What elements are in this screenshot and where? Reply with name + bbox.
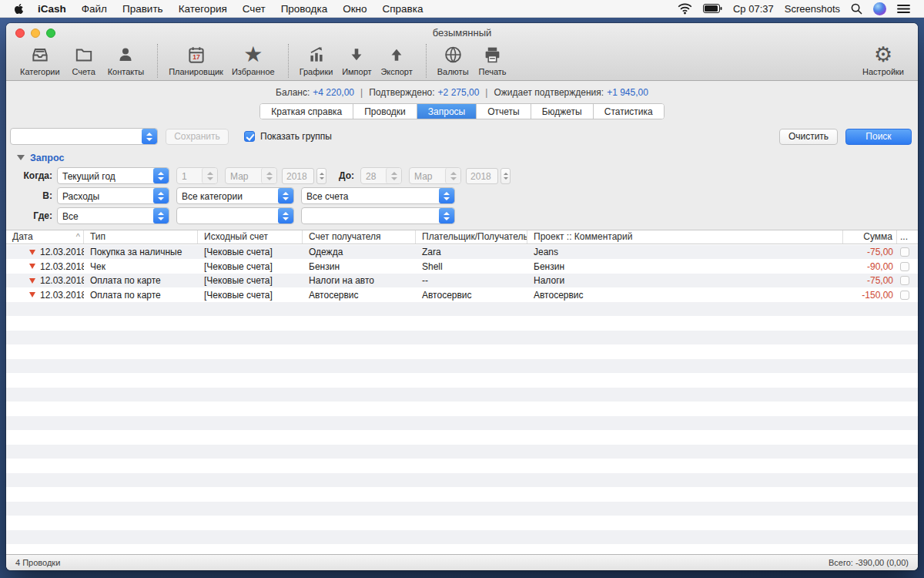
type-cell: Оплата по карте xyxy=(84,274,198,288)
row-checkbox[interactable] xyxy=(900,291,909,300)
when-period-combo[interactable]: Текущий год xyxy=(57,167,169,184)
notification-center-icon[interactable] xyxy=(897,4,910,14)
in-account-combo[interactable]: Все счета xyxy=(301,187,455,204)
tab-statistics[interactable]: Статистика xyxy=(594,104,664,119)
disclosure-triangle-icon[interactable] xyxy=(17,155,25,160)
menubar-clock[interactable]: Ср 07:37 xyxy=(733,3,774,15)
date-cell: 12.03.2018 xyxy=(6,288,84,303)
menu-item-transaction[interactable]: Проводка xyxy=(281,3,328,15)
icash-window: безымянный Категории Счета Контакты xyxy=(6,23,918,570)
menu-item-help[interactable]: Справка xyxy=(383,3,424,15)
column-header-more[interactable]: ... xyxy=(897,230,918,244)
expense-marker-icon xyxy=(29,250,35,255)
stepper-icon[interactable] xyxy=(153,208,169,223)
wifi-icon[interactable] xyxy=(678,3,692,15)
spotlight-search-icon[interactable] xyxy=(851,3,862,15)
toolbar-favorites-button[interactable]: ★ Избранное xyxy=(232,43,275,76)
column-header-amount[interactable]: Сумма xyxy=(843,230,897,244)
to-day-value: 28 xyxy=(361,168,386,183)
menu-item-file[interactable]: Файл xyxy=(82,3,107,15)
show-groups-checkbox[interactable] xyxy=(244,131,255,142)
column-header-source-account[interactable]: Исходный счет xyxy=(198,230,303,244)
toolbar-charts-button[interactable]: Графики xyxy=(300,43,333,76)
date-cell: 12.03.2018 xyxy=(6,260,84,274)
row-checkbox[interactable] xyxy=(900,247,909,257)
toolbar-contacts-button[interactable]: Контакты xyxy=(108,43,145,76)
from-month-combo: Мар xyxy=(225,167,277,184)
toolbar-label: Валюты xyxy=(437,67,469,76)
column-header-target-account[interactable]: Счет получателя xyxy=(303,230,416,244)
payee-cell: Zara xyxy=(416,245,527,260)
in-type-combo[interactable]: Расходы xyxy=(57,187,169,204)
menu-app-name[interactable]: iCash xyxy=(38,3,66,15)
where-combo-3[interactable] xyxy=(301,207,455,224)
tab-queries[interactable]: Запросы xyxy=(417,104,477,119)
from-year-field: 2018 xyxy=(282,168,314,184)
search-button[interactable]: Поиск xyxy=(845,129,912,145)
clear-button[interactable]: Очистить xyxy=(779,129,838,145)
tab-transactions[interactable]: Проводки xyxy=(353,104,417,119)
table-row[interactable]: 12.03.2018 Оплата по карте [Чековые счет… xyxy=(6,288,918,303)
toolbar-export-button[interactable]: Экспорт xyxy=(380,43,412,76)
row-checkbox[interactable] xyxy=(900,262,909,271)
menu-item-edit[interactable]: Править xyxy=(122,3,163,15)
type-cell: Оплата по карте xyxy=(84,288,198,303)
tab-reports[interactable]: Отчеты xyxy=(477,104,531,119)
where-combo-2[interactable] xyxy=(176,207,294,224)
date-cell: 12.03.2018 xyxy=(6,274,84,288)
saved-query-value xyxy=(11,129,142,144)
table-row[interactable]: 12.03.2018 Оплата по карте [Чековые счет… xyxy=(6,274,918,288)
save-button[interactable]: Сохранить xyxy=(166,129,229,145)
table-row[interactable]: 12.03.2018 Чек [Чековые счета] Бензин Sh… xyxy=(6,260,918,274)
toolbar-accounts-button[interactable]: Счета xyxy=(69,43,99,76)
toolbar-currencies-button[interactable]: Валюты xyxy=(437,43,469,76)
tabs-row: Краткая справка Проводки Запросы Отчеты … xyxy=(6,103,918,123)
column-header-project-comment[interactable]: Проект :: Комментарий xyxy=(527,230,843,244)
toolbar-label: Контакты xyxy=(108,67,145,76)
tab-budgets[interactable]: Бюджеты xyxy=(531,104,594,119)
in-category-value: Все категории xyxy=(177,188,278,203)
amount-cell: -75,00 xyxy=(843,245,897,260)
toolbar-print-button[interactable]: Печать xyxy=(477,43,508,76)
stepper-icon[interactable] xyxy=(439,208,454,223)
stepper-icon[interactable] xyxy=(142,129,157,144)
from-day-combo: 1 xyxy=(176,167,218,184)
menu-item-window[interactable]: Окно xyxy=(343,3,367,15)
stepper-icon[interactable] xyxy=(439,188,454,203)
project-cell: Налоги xyxy=(527,274,843,288)
column-header-payee[interactable]: Плательщик/Получатель xyxy=(416,230,527,244)
in-category-combo[interactable]: Все категории xyxy=(176,187,294,204)
menu-item-account[interactable]: Счет xyxy=(243,3,266,15)
tab-quick-summary[interactable]: Краткая справка xyxy=(260,104,353,119)
stepper-icon[interactable] xyxy=(278,208,293,223)
stepper-icon[interactable] xyxy=(153,168,169,183)
table-row[interactable]: 12.03.2018 Покупка за наличные [Чековые … xyxy=(6,245,918,260)
row-checkbox[interactable] xyxy=(900,276,909,285)
query-when-row: Когда: Текущий год 1 Мар 2018 До: 28 xyxy=(6,166,918,186)
column-header-type[interactable]: Тип xyxy=(84,230,198,244)
stepper-icon[interactable] xyxy=(153,188,169,203)
query-section-title: Запрос xyxy=(30,153,64,163)
menu-item-category[interactable]: Категория xyxy=(179,3,227,15)
stepper-icon[interactable] xyxy=(278,188,293,203)
toolbar-settings-button[interactable]: ⚙ Настройки xyxy=(862,43,904,76)
row-checkbox-cell xyxy=(897,288,918,303)
payee-cell: -- xyxy=(416,274,527,288)
query-section-header[interactable]: Запрос xyxy=(6,150,918,166)
toolbar: Категории Счета Контакты 17 Планировщик xyxy=(6,42,918,80)
sort-ascending-icon: ^ xyxy=(76,230,80,244)
apple-menu-icon[interactable] xyxy=(14,3,24,15)
when-label: Когда: xyxy=(6,170,57,181)
battery-icon[interactable] xyxy=(703,4,722,13)
toolbar-import-button[interactable]: Импорт xyxy=(341,43,372,76)
toolbar-categories-button[interactable]: Категории xyxy=(20,43,60,76)
column-header-date[interactable]: Дата^ xyxy=(6,230,84,244)
where-combo[interactable]: Все xyxy=(57,207,169,224)
menubar-account[interactable]: Screenshots xyxy=(785,3,840,15)
type-cell: Покупка за наличные xyxy=(84,245,198,260)
siri-icon[interactable] xyxy=(873,2,886,15)
toolbar-label: Экспорт xyxy=(380,67,412,76)
calendar-icon: 17 xyxy=(186,43,206,66)
toolbar-planner-button[interactable]: 17 Планировщик xyxy=(169,43,223,76)
saved-query-combo[interactable] xyxy=(10,128,158,145)
